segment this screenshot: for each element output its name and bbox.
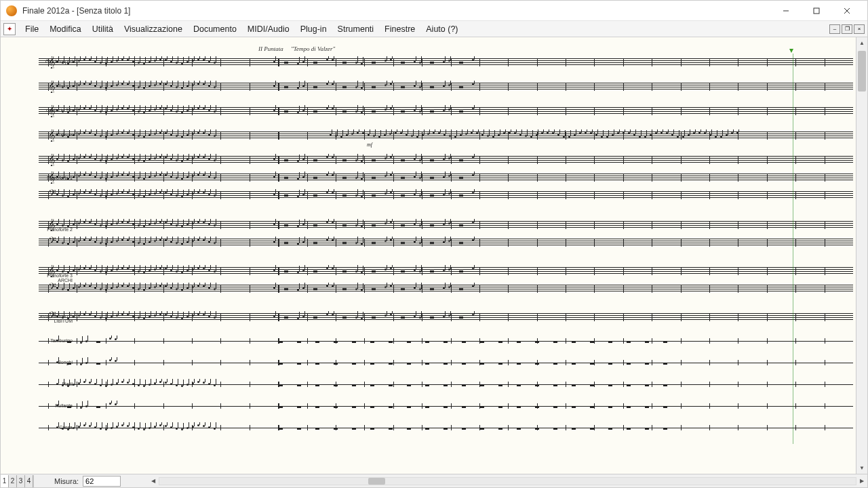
horizontal-scroll-thumb[interactable] (368, 478, 385, 485)
clef-icon: 𝄢 (48, 311, 56, 323)
clef-icon: 𝄞 (48, 219, 56, 231)
window-title: Finale 2012a - [Senza titolo 1] (22, 6, 130, 16)
staff[interactable]: Pianoforte 3 ARCHI𝄞 (39, 265, 853, 277)
staff[interactable]: 𝄞 (39, 154, 853, 166)
clef-icon: 𝄞 (48, 81, 56, 93)
scroll-up-icon[interactable]: ▲ (856, 37, 867, 49)
mdi-controls: – ❐ × (829, 24, 865, 34)
menu-item-aiuto[interactable]: Aiuto (?) (420, 23, 463, 35)
selection-tool-icon[interactable]: ✦ (3, 23, 16, 35)
staff-group: Xilofono𝄞 (1, 81, 856, 93)
staff[interactable]: rinetto in Sib𝄞 (39, 105, 853, 117)
staff[interactable]: asso elettrico D LIBITUM𝄢 (39, 311, 853, 323)
staff[interactable]: Glockenspiel𝄞 (39, 56, 853, 68)
page-tabs: 1234 (1, 475, 34, 487)
staff[interactable]: 𝄢 (39, 283, 853, 295)
menu-item-modifica[interactable]: Modifica (44, 23, 87, 35)
dynamic-marking: mf (367, 142, 372, 148)
staff-group: Glockenspiel𝄞 (1, 56, 856, 68)
staff[interactable]: Piatti (39, 379, 853, 391)
menu-bar: ✦ FileModificaUtilitàVisualizzazioneDocu… (1, 21, 867, 37)
staff[interactable]: Cassa (39, 422, 853, 434)
vertical-scrollbar[interactable]: ▲ ▼ (856, 37, 867, 474)
clef-icon: 𝄞 (48, 154, 56, 166)
clef-icon: 𝄞 (48, 129, 56, 142)
scroll-right-icon[interactable]: ▶ (856, 476, 867, 487)
menu-item-visualizzazione[interactable]: Visualizzazione (119, 23, 188, 35)
staff-group: Cassa (1, 422, 856, 434)
playback-cursor[interactable] (793, 54, 793, 444)
vertical-scroll-thumb[interactable] (858, 51, 866, 92)
clef-icon: 𝄞 (48, 56, 56, 68)
page-tab-3[interactable]: 3 (17, 475, 25, 487)
staff-group: Pianoforte 2𝄞𝄢 (1, 219, 856, 249)
horizontal-scroll-track[interactable] (159, 477, 856, 485)
page-tab-1[interactable]: 1 (1, 475, 9, 487)
menu-item-documento[interactable]: Documento (188, 23, 242, 35)
staff-group: asso elettrico D LIBITUM𝄢 (1, 311, 856, 323)
horizontal-scrollbar[interactable]: ◀ ▶ (148, 476, 867, 487)
mdi-close-button[interactable]: × (854, 24, 865, 34)
menu-item-strumenti[interactable]: Strumenti (332, 23, 380, 35)
menu-item-utilit[interactable]: Utilità (87, 23, 119, 35)
staff[interactable]: Rullante (39, 401, 853, 413)
clef-icon: 𝄞 (48, 105, 56, 117)
staff[interactable]: 𝄢 (39, 237, 853, 249)
title-bar: Finale 2012a - [Senza titolo 1] (1, 1, 867, 21)
staff-group: Bonghi (1, 357, 856, 369)
app-icon (6, 5, 17, 16)
window-controls (770, 1, 862, 20)
menu-item-file[interactable]: File (20, 23, 44, 35)
measure-label: Misura: (54, 477, 79, 485)
close-button[interactable] (831, 1, 862, 20)
clef-icon: 𝄞 (48, 171, 56, 184)
staff-group: Tamburino (1, 336, 856, 348)
maximize-button[interactable] (801, 1, 831, 20)
staff-group: Chitarra𝄞mf (1, 129, 856, 142)
mdi-minimize-button[interactable]: – (829, 24, 840, 34)
menu-item-plugin[interactable]: Plug-in (295, 23, 332, 35)
scroll-left-icon[interactable]: ◀ (148, 476, 159, 487)
status-bar: 1234 Misura: ◀ ▶ (1, 474, 867, 487)
staff-group: 𝄞Pianoforte 1𝄞𝄢 (1, 154, 856, 201)
scroll-down-icon[interactable]: ▼ (856, 462, 867, 474)
score-viewport: II Puntata "Tempo di Valzer" Glockenspie… (1, 37, 867, 474)
menu-item-midiaudio[interactable]: MIDI/Audio (242, 23, 295, 35)
staff-group: rinetto in Sib𝄞 (1, 105, 856, 117)
header-right: "Tempo di Valzer" (291, 45, 335, 52)
staff[interactable]: Pianoforte 1𝄞 (39, 171, 853, 184)
score-canvas[interactable]: II Puntata "Tempo di Valzer" Glockenspie… (1, 37, 856, 474)
staff[interactable]: Tamburino (39, 336, 853, 348)
menu-item-finestre[interactable]: Finestre (379, 23, 420, 35)
staff[interactable]: Bonghi (39, 357, 853, 369)
clef-icon: 𝄞 (48, 265, 56, 277)
staff[interactable]: Xilofono𝄞 (39, 81, 853, 93)
staff[interactable]: Chitarra𝄞 (39, 129, 853, 142)
page-tab-4[interactable]: 4 (25, 475, 33, 487)
staff[interactable]: Pianoforte 2𝄞 (39, 219, 853, 231)
page-tab-2[interactable]: 2 (9, 475, 17, 487)
measure-input[interactable] (83, 476, 121, 487)
staff[interactable]: 𝄢 (39, 189, 853, 201)
mdi-restore-button[interactable]: ❐ (842, 24, 852, 34)
clef-icon: 𝄢 (48, 283, 56, 295)
staff-group: Pianoforte 3 ARCHI𝄞𝄢 (1, 265, 856, 295)
minimize-button[interactable] (770, 1, 801, 20)
header-left: II Puntata (258, 45, 283, 52)
score-header: II Puntata "Tempo di Valzer" (258, 45, 335, 52)
clef-icon: 𝄢 (48, 237, 56, 249)
svg-rect-1 (814, 8, 819, 14)
staff-group: Piatti (1, 379, 856, 391)
staff-group: Rullante (1, 401, 856, 413)
clef-icon: 𝄢 (48, 189, 56, 201)
